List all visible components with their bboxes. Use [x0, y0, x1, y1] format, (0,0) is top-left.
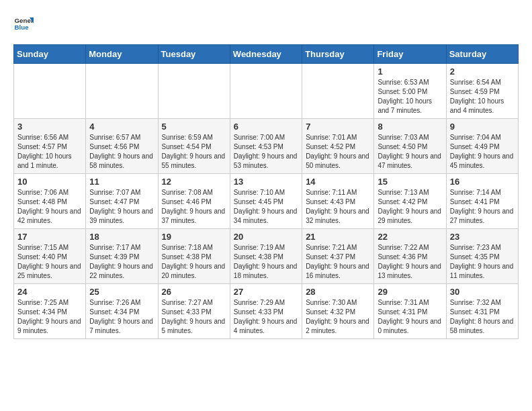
- table-cell: 15Sunrise: 7:13 AM Sunset: 4:42 PM Dayli…: [374, 174, 446, 229]
- table-cell: 29Sunrise: 7:31 AM Sunset: 4:31 PM Dayli…: [374, 284, 446, 339]
- day-number: 27: [234, 287, 298, 297]
- day-info: Sunrise: 7:21 AM Sunset: 4:37 PM Dayligh…: [306, 243, 370, 281]
- table-cell: 3Sunrise: 6:56 AM Sunset: 4:57 PM Daylig…: [14, 119, 86, 174]
- table-cell: 22Sunrise: 7:22 AM Sunset: 4:36 PM Dayli…: [374, 229, 446, 284]
- day-info: Sunrise: 6:57 AM Sunset: 4:56 PM Dayligh…: [89, 133, 154, 171]
- day-info: Sunrise: 6:53 AM Sunset: 5:00 PM Dayligh…: [378, 78, 442, 116]
- day-number: 15: [378, 177, 442, 187]
- calendar-table: Sunday Monday Tuesday Wednesday Thursday…: [13, 44, 519, 339]
- page-header: General Blue: [13, 13, 519, 34]
- day-number: 7: [306, 122, 370, 132]
- day-info: Sunrise: 7:06 AM Sunset: 4:48 PM Dayligh…: [17, 188, 82, 226]
- day-info: Sunrise: 7:11 AM Sunset: 4:43 PM Dayligh…: [306, 188, 370, 226]
- day-number: 21: [306, 232, 370, 242]
- logo: General Blue: [13, 13, 36, 34]
- day-info: Sunrise: 7:01 AM Sunset: 4:52 PM Dayligh…: [306, 133, 370, 171]
- day-info: Sunrise: 7:22 AM Sunset: 4:36 PM Dayligh…: [378, 243, 442, 281]
- day-number: 11: [89, 177, 154, 187]
- table-cell: 24Sunrise: 7:25 AM Sunset: 4:34 PM Dayli…: [14, 284, 86, 339]
- table-cell: 10Sunrise: 7:06 AM Sunset: 4:48 PM Dayli…: [14, 174, 86, 229]
- day-number: 30: [450, 287, 515, 297]
- day-info: Sunrise: 7:08 AM Sunset: 4:46 PM Dayligh…: [162, 188, 226, 226]
- day-number: 29: [378, 287, 442, 297]
- day-info: Sunrise: 7:30 AM Sunset: 4:32 PM Dayligh…: [306, 298, 370, 336]
- svg-text:Blue: Blue: [15, 24, 30, 31]
- table-cell: 16Sunrise: 7:14 AM Sunset: 4:41 PM Dayli…: [446, 174, 518, 229]
- table-cell: 21Sunrise: 7:21 AM Sunset: 4:37 PM Dayli…: [302, 229, 374, 284]
- table-cell: 25Sunrise: 7:26 AM Sunset: 4:34 PM Dayli…: [86, 284, 158, 339]
- table-cell: 8Sunrise: 7:03 AM Sunset: 4:50 PM Daylig…: [374, 119, 446, 174]
- day-info: Sunrise: 7:19 AM Sunset: 4:38 PM Dayligh…: [234, 243, 298, 281]
- day-number: 1: [378, 66, 442, 77]
- day-info: Sunrise: 7:13 AM Sunset: 4:42 PM Dayligh…: [378, 188, 442, 226]
- table-cell: [14, 64, 86, 119]
- day-info: Sunrise: 7:18 AM Sunset: 4:38 PM Dayligh…: [162, 243, 226, 281]
- header-friday: Friday: [374, 45, 446, 64]
- table-cell: 28Sunrise: 7:30 AM Sunset: 4:32 PM Dayli…: [302, 284, 374, 339]
- calendar-body: 1Sunrise: 6:53 AM Sunset: 5:00 PM Daylig…: [14, 64, 519, 339]
- table-cell: [302, 64, 374, 119]
- table-cell: 27Sunrise: 7:29 AM Sunset: 4:33 PM Dayli…: [230, 284, 302, 339]
- day-info: Sunrise: 7:31 AM Sunset: 4:31 PM Dayligh…: [378, 298, 442, 336]
- day-number: 8: [378, 122, 442, 132]
- day-number: 5: [162, 122, 226, 132]
- calendar-header: Sunday Monday Tuesday Wednesday Thursday…: [14, 45, 519, 64]
- table-cell: 9Sunrise: 7:04 AM Sunset: 4:49 PM Daylig…: [446, 119, 518, 174]
- day-number: 18: [89, 232, 154, 242]
- table-cell: 17Sunrise: 7:15 AM Sunset: 4:40 PM Dayli…: [14, 229, 86, 284]
- day-info: Sunrise: 7:14 AM Sunset: 4:41 PM Dayligh…: [450, 188, 515, 226]
- table-cell: [86, 64, 158, 119]
- day-info: Sunrise: 6:56 AM Sunset: 4:57 PM Dayligh…: [17, 133, 82, 171]
- day-info: Sunrise: 7:23 AM Sunset: 4:35 PM Dayligh…: [450, 243, 515, 281]
- header-thursday: Thursday: [302, 45, 374, 64]
- header-sunday: Sunday: [14, 45, 86, 64]
- day-info: Sunrise: 7:26 AM Sunset: 4:34 PM Dayligh…: [89, 298, 154, 336]
- day-number: 23: [450, 232, 515, 242]
- day-number: 10: [17, 177, 82, 187]
- day-number: 25: [89, 287, 154, 297]
- day-info: Sunrise: 7:10 AM Sunset: 4:45 PM Dayligh…: [234, 188, 298, 226]
- day-number: 6: [234, 122, 298, 132]
- day-info: Sunrise: 7:27 AM Sunset: 4:33 PM Dayligh…: [162, 298, 226, 336]
- table-cell: [158, 64, 230, 119]
- header-tuesday: Tuesday: [158, 45, 230, 64]
- day-info: Sunrise: 6:54 AM Sunset: 4:59 PM Dayligh…: [450, 78, 515, 116]
- day-info: Sunrise: 7:29 AM Sunset: 4:33 PM Dayligh…: [234, 298, 298, 336]
- day-info: Sunrise: 7:17 AM Sunset: 4:39 PM Dayligh…: [89, 243, 154, 281]
- day-number: 12: [162, 177, 226, 187]
- day-number: 26: [162, 287, 226, 297]
- table-cell: [230, 64, 302, 119]
- table-cell: 6Sunrise: 7:00 AM Sunset: 4:53 PM Daylig…: [230, 119, 302, 174]
- table-cell: 14Sunrise: 7:11 AM Sunset: 4:43 PM Dayli…: [302, 174, 374, 229]
- table-cell: 19Sunrise: 7:18 AM Sunset: 4:38 PM Dayli…: [158, 229, 230, 284]
- day-info: Sunrise: 7:25 AM Sunset: 4:34 PM Dayligh…: [17, 298, 82, 336]
- day-info: Sunrise: 7:15 AM Sunset: 4:40 PM Dayligh…: [17, 243, 82, 281]
- table-cell: 5Sunrise: 6:59 AM Sunset: 4:54 PM Daylig…: [158, 119, 230, 174]
- table-cell: 23Sunrise: 7:23 AM Sunset: 4:35 PM Dayli…: [446, 229, 518, 284]
- table-cell: 2Sunrise: 6:54 AM Sunset: 4:59 PM Daylig…: [446, 64, 518, 119]
- day-number: 19: [162, 232, 226, 242]
- day-info: Sunrise: 7:32 AM Sunset: 4:31 PM Dayligh…: [450, 298, 515, 336]
- day-info: Sunrise: 7:03 AM Sunset: 4:50 PM Dayligh…: [378, 133, 442, 171]
- day-number: 24: [17, 287, 82, 297]
- header-monday: Monday: [86, 45, 158, 64]
- day-number: 16: [450, 177, 515, 187]
- table-cell: 30Sunrise: 7:32 AM Sunset: 4:31 PM Dayli…: [446, 284, 518, 339]
- day-number: 13: [234, 177, 298, 187]
- header-wednesday: Wednesday: [230, 45, 302, 64]
- day-number: 2: [450, 66, 515, 77]
- day-number: 14: [306, 177, 370, 187]
- table-cell: 1Sunrise: 6:53 AM Sunset: 5:00 PM Daylig…: [374, 64, 446, 119]
- table-cell: 4Sunrise: 6:57 AM Sunset: 4:56 PM Daylig…: [86, 119, 158, 174]
- day-number: 22: [378, 232, 442, 242]
- day-number: 28: [306, 287, 370, 297]
- table-cell: 7Sunrise: 7:01 AM Sunset: 4:52 PM Daylig…: [302, 119, 374, 174]
- day-info: Sunrise: 7:04 AM Sunset: 4:49 PM Dayligh…: [450, 133, 515, 171]
- day-number: 4: [89, 122, 154, 132]
- table-cell: 12Sunrise: 7:08 AM Sunset: 4:46 PM Dayli…: [158, 174, 230, 229]
- day-info: Sunrise: 7:07 AM Sunset: 4:47 PM Dayligh…: [89, 188, 154, 226]
- header-saturday: Saturday: [446, 45, 518, 64]
- table-cell: 26Sunrise: 7:27 AM Sunset: 4:33 PM Dayli…: [158, 284, 230, 339]
- table-cell: 11Sunrise: 7:07 AM Sunset: 4:47 PM Dayli…: [86, 174, 158, 229]
- day-info: Sunrise: 7:00 AM Sunset: 4:53 PM Dayligh…: [234, 133, 298, 171]
